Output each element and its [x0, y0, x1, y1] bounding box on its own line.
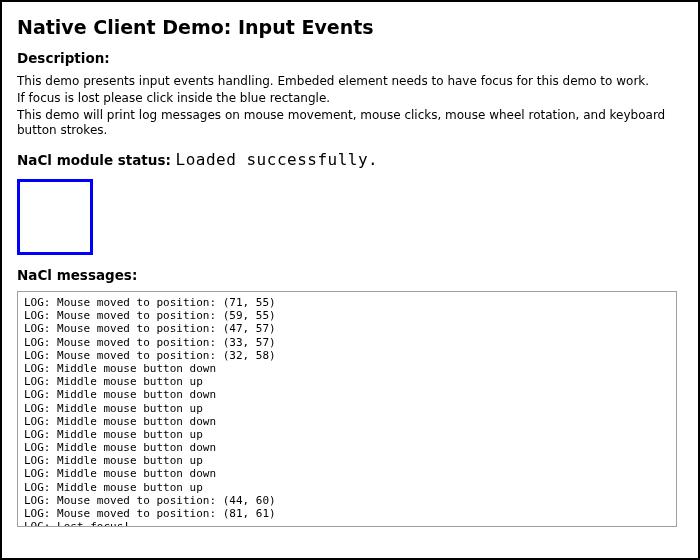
log-line: LOG: Mouse moved to position: (81, 61) [24, 507, 670, 520]
description-block: This demo presents input events handling… [17, 74, 683, 138]
nacl-embed-rectangle[interactable] [17, 179, 93, 255]
description-line: This demo will print log messages on mou… [17, 108, 683, 138]
demo-frame: Native Client Demo: Input Events Descrip… [0, 0, 700, 560]
messages-heading: NaCl messages: [17, 267, 683, 283]
status-line: NaCl module status: Loaded successfully. [17, 150, 683, 169]
log-line: LOG: Mouse moved to position: (44, 60) [24, 494, 670, 507]
log-line: LOG: Mouse moved to position: (71, 55) [24, 296, 670, 309]
log-line: LOG: Mouse moved to position: (33, 57) [24, 336, 670, 349]
log-line: LOG: Middle mouse button down [24, 388, 670, 401]
log-line: LOG: Middle mouse button up [24, 428, 670, 441]
page-title: Native Client Demo: Input Events [17, 16, 683, 38]
status-value: Loaded successfully. [176, 150, 379, 169]
log-line: LOG: Middle mouse button down [24, 467, 670, 480]
description-line: If focus is lost please click inside the… [17, 91, 683, 106]
log-line: LOG: Middle mouse button up [24, 375, 670, 388]
log-line: LOG: Mouse moved to position: (32, 58) [24, 349, 670, 362]
status-label: NaCl module status: [17, 152, 176, 168]
log-line: LOG: Middle mouse button down [24, 362, 670, 375]
description-heading: Description: [17, 50, 683, 66]
log-line: LOG: Middle mouse button down [24, 441, 670, 454]
description-line: This demo presents input events handling… [17, 74, 683, 89]
messages-log-panel[interactable]: LOG: Mouse moved to position: (71, 55)LO… [17, 291, 677, 527]
log-line: LOG: Middle mouse button up [24, 454, 670, 467]
log-line: LOG: Middle mouse button up [24, 402, 670, 415]
log-line: LOG: Mouse moved to position: (59, 55) [24, 309, 670, 322]
log-line: LOG: Middle mouse button down [24, 415, 670, 428]
log-line: LOG: Lost focus! [24, 520, 670, 527]
log-line: LOG: Middle mouse button up [24, 481, 670, 494]
log-line: LOG: Mouse moved to position: (47, 57) [24, 322, 670, 335]
